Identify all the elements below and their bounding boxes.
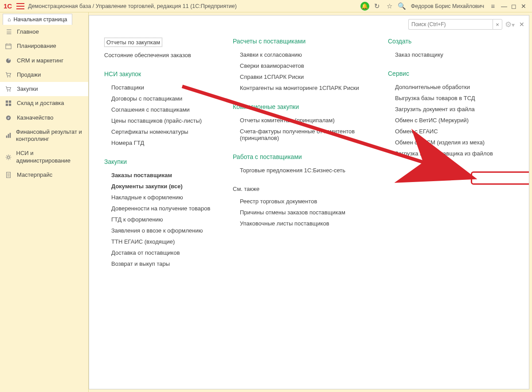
link-c2s1-3[interactable]: Контрагенты на мониторинге 1СПАРК Риски (233, 82, 370, 93)
link-c3s1-0[interactable]: Заказ поставщику (388, 49, 499, 60)
nav-sales-label: Продажи (17, 71, 41, 78)
svg-rect-9 (6, 101, 8, 103)
link-c2s1-0[interactable]: Заявки к согласованию (233, 49, 370, 60)
link-c2s4-1[interactable]: Причины отмены заказов поставщикам (233, 207, 370, 218)
section-service[interactable]: Сервис (388, 70, 499, 77)
nav-treasury[interactable]: ₽Казначейство (0, 111, 88, 125)
nav-warehouse-label: Склад и доставка (17, 100, 64, 107)
link-c2s1-2[interactable]: Справки 1СПАРК Риски (233, 71, 370, 82)
gear-icon[interactable]: ⚙▾ (505, 20, 515, 29)
link-c3s2-0[interactable]: Дополнительные обработки (388, 82, 499, 93)
link-c1s1-5[interactable]: Номера ГТД (104, 137, 215, 148)
link-c3s2-3[interactable]: Обмен с ВетИС (Меркурий) (388, 115, 499, 126)
section-settlements[interactable]: Расчеты с поставщиками (233, 38, 370, 45)
link-c1s2-5[interactable]: Заявления о ввозе к оформлению (104, 225, 215, 236)
svg-point-18 (7, 156, 9, 158)
nav-purchases[interactable]: Закупки (0, 82, 88, 96)
section-commission[interactable]: Комиссионные закупки (233, 103, 370, 110)
svg-line-26 (10, 155, 10, 155)
link-c2s4-0[interactable]: Реестр торговых документов (233, 196, 370, 207)
home-icon: ⌂ (8, 16, 11, 23)
nav-finance-label: Финансовый результат и контроллинг (16, 128, 83, 143)
nav-admin-label: НСИ и администрирование (16, 150, 83, 164)
hamburger-icon[interactable] (16, 3, 24, 9)
bell-icon[interactable]: 🔔 (360, 1, 370, 11)
window-close[interactable]: ✕ (519, 3, 528, 10)
user-menu-icon[interactable]: ≡ (488, 1, 498, 11)
nav-planning[interactable]: Планирование (0, 39, 88, 53)
link-c2s4-2[interactable]: Упаковочные листы поставщиков (233, 218, 370, 229)
nav-main-label: Главное (17, 28, 39, 35)
nav-warehouse-icon (5, 100, 12, 106)
search-box[interactable]: × (408, 19, 502, 30)
link-c3s2-5[interactable]: Обмен с ГИСМ (изделия из меха) (388, 137, 499, 148)
nav-sales[interactable]: Продажи (0, 68, 88, 82)
user-name[interactable]: Федоров Борис Михайлович (411, 3, 484, 9)
link-c1s2-8[interactable]: Возврат и выкуп тары (104, 258, 215, 269)
section-nsi-purchases[interactable]: НСИ закупок (104, 70, 215, 78)
link-c1s2-3[interactable]: Доверенности на получение товаров (104, 203, 215, 214)
logo-1c: 1C (4, 2, 12, 10)
link-c1s1-2[interactable]: Соглашения с поставщиками (104, 104, 215, 115)
svg-rect-16 (8, 134, 9, 138)
tab-start-page[interactable]: ⌂ Начальная страница (3, 14, 72, 25)
link-c3s2-1[interactable]: Выгрузка базы товаров в ТСД (388, 93, 499, 104)
section-create[interactable]: Создать (388, 38, 499, 45)
svg-rect-11 (6, 104, 8, 106)
link-c1s2-6[interactable]: ТТН ЕГАИС (входящие) (104, 236, 215, 247)
nav-masterprice-icon (5, 172, 12, 178)
nav-purchases-label: Закупки (17, 85, 38, 93)
link-c1s1-3[interactable]: Цены поставщиков (прайс-листы) (104, 115, 215, 126)
link-c2s2-1[interactable]: Счета-фактуры полученные от комитентов (… (233, 126, 370, 144)
nav-main[interactable]: ☰Главное (0, 25, 88, 39)
section-see-also: См. также (233, 186, 370, 192)
svg-line-24 (10, 159, 10, 159)
svg-rect-10 (9, 101, 11, 103)
link-c3s2-6[interactable]: Загрузка цен поставщика из файлов (388, 148, 499, 159)
nav-sales-icon (5, 72, 12, 78)
section-purchases[interactable]: Закупки (104, 158, 215, 165)
link-c1s1-4[interactable]: Сертификаты номенклатуры (104, 126, 215, 137)
svg-rect-0 (6, 44, 11, 49)
section-work-suppliers[interactable]: Работа с поставщиками (233, 153, 370, 160)
link-c2s3-0[interactable]: Торговые предложения 1С:Бизнес-сеть (233, 165, 370, 176)
svg-point-6 (9, 76, 10, 77)
link-c1s2-0[interactable]: Заказы поставщикам (104, 170, 215, 181)
link-order-status[interactable]: Состояние обеспечения заказов (104, 50, 215, 61)
nav-finance-icon (5, 132, 12, 139)
link-c3s2-2[interactable]: Загрузить документ из файла (388, 104, 499, 115)
nav-treasury-label: Казначейство (17, 114, 53, 121)
window-maximize[interactable]: ◻ (509, 3, 519, 10)
search-icon[interactable]: 🔍 (397, 1, 407, 11)
search-input[interactable] (408, 19, 493, 30)
svg-rect-17 (10, 133, 11, 138)
svg-line-25 (7, 159, 7, 159)
nav-masterprice-label: Мастерпрайс (17, 171, 52, 179)
link-c2s2-0[interactable]: Отчеты комитентам (принципалам) (233, 115, 370, 126)
panel-close[interactable]: ✕ (519, 21, 524, 28)
window-title: Демонстрационная база / Управление торго… (28, 3, 237, 9)
search-clear[interactable]: × (493, 19, 502, 30)
nav-warehouse[interactable]: Склад и доставка (0, 96, 88, 110)
nav-admin[interactable]: НСИ и администрирование (0, 146, 88, 168)
window-minimize[interactable]: — (499, 3, 509, 10)
nav-crm[interactable]: CRM и маркетинг (0, 54, 88, 68)
svg-point-7 (7, 90, 8, 91)
link-reports-purchases[interactable]: Отчеты по закупкам (104, 38, 162, 47)
link-c3s2-4[interactable]: Обмен с ЕГАИС (388, 126, 499, 137)
link-c1s2-4[interactable]: ГТД к оформлению (104, 214, 215, 225)
link-c1s2-2[interactable]: Накладные к оформлению (104, 192, 215, 203)
star-icon[interactable]: ☆ (385, 1, 395, 11)
link-c2s1-1[interactable]: Сверки взаиморасчетов (233, 60, 370, 71)
tab-label: Начальная страница (14, 16, 67, 23)
svg-rect-15 (6, 136, 8, 138)
nav-treasury-icon: ₽ (5, 115, 12, 121)
link-c1s1-1[interactable]: Договоры с поставщиками (104, 93, 215, 104)
link-c1s2-1[interactable]: Документы закупки (все) (104, 181, 215, 192)
link-c1s2-7[interactable]: Доставка от поставщиков (104, 247, 215, 258)
nav-planning-icon (5, 43, 12, 49)
nav-finance[interactable]: Финансовый результат и контроллинг (0, 125, 88, 147)
history-icon[interactable]: ↻ (372, 1, 382, 11)
nav-masterprice[interactable]: Мастерпрайс (0, 168, 88, 182)
link-c1s1-0[interactable]: Поставщики (104, 82, 215, 93)
